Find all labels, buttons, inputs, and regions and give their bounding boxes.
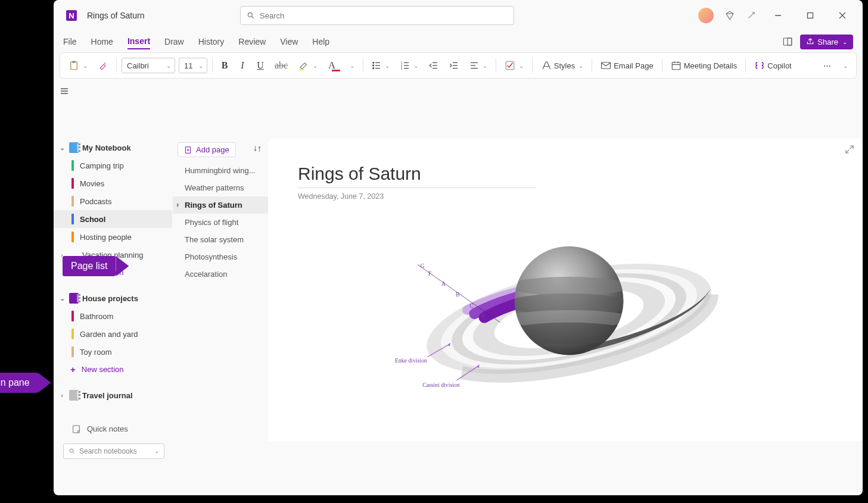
menu-review[interactable]: Review	[238, 35, 266, 49]
svg-text:3: 3	[400, 67, 402, 70]
section-podcasts[interactable]: Podcasts	[54, 192, 172, 210]
menu-history[interactable]: History	[198, 35, 225, 49]
saturn-illustration: G F A B C D Enke division Cassini divisi…	[280, 210, 851, 435]
hamburger-icon[interactable]	[60, 86, 69, 96]
page-item[interactable]: Rings of Saturn	[173, 196, 268, 214]
global-search[interactable]	[240, 6, 514, 25]
menu-view[interactable]: View	[280, 35, 298, 49]
svg-rect-45	[73, 426, 80, 433]
bold-button[interactable]: B	[217, 58, 232, 73]
underline-button[interactable]: U	[253, 58, 267, 73]
new-section-button-2[interactable]: +New section	[54, 361, 172, 378]
page-item[interactable]: Physics of flight	[173, 214, 268, 231]
annotation-cassini: Cassini division	[422, 382, 460, 388]
close-button[interactable]	[832, 7, 853, 24]
plus-icon: +	[70, 364, 76, 374]
font-size-combo[interactable]: 11	[179, 58, 207, 73]
quick-notes-button[interactable]: Quick notes	[54, 417, 173, 441]
section-hosting-people[interactable]: Hosting people	[54, 228, 172, 246]
maximize-button[interactable]	[799, 7, 821, 24]
menu-insert[interactable]: Insert	[127, 34, 150, 49]
svg-rect-10	[71, 62, 77, 70]
align-button[interactable]: ⌄	[466, 58, 491, 73]
format-painter-button[interactable]	[95, 58, 111, 73]
styles-button[interactable]: Styles⌄	[537, 58, 587, 73]
page-item[interactable]: Accelaration	[173, 265, 268, 283]
sparkle-icon[interactable]	[746, 10, 757, 21]
chevron-right-icon: ›	[58, 392, 66, 399]
section-camping-trip[interactable]: Camping trip	[54, 157, 172, 174]
ribbon: ⌄ Cailbri 11 B I U abc ⌄ A⌄ ⌄ 123⌄ ⌄ ⌄ S…	[60, 52, 857, 79]
bullets-button[interactable]: ⌄	[368, 58, 393, 73]
notebook-header-travel-journal[interactable]: › Travel journal	[54, 386, 172, 404]
notebook-header-house-projects[interactable]: ⌄ House projects	[54, 289, 172, 307]
outdent-button[interactable]	[425, 58, 442, 73]
ring-label-d: D	[481, 312, 486, 318]
svg-line-44	[73, 452, 75, 454]
diamond-icon[interactable]	[724, 10, 735, 21]
page-item[interactable]: The solar system	[173, 231, 268, 248]
notebook-icon	[69, 390, 79, 401]
email-page-button[interactable]: Email Page	[597, 58, 657, 73]
share-label: Share	[817, 38, 838, 46]
todo-tag-button[interactable]: ⌄	[501, 58, 527, 73]
callout-navigation-pane: Navigation pane	[0, 373, 38, 393]
section-bathroom[interactable]: Bathroom	[54, 307, 172, 325]
note-title[interactable]: Rings of Saturn	[298, 164, 536, 188]
notebook-header-my-notebook[interactable]: ⌄ My Notebook	[54, 139, 172, 157]
note-canvas[interactable]: Rings of Saturn Wednesday, June 7, 2023	[268, 139, 863, 440]
chevron-down-icon: ⌄	[58, 144, 66, 152]
ring-label-g: G	[421, 263, 425, 270]
svg-point-43	[70, 449, 73, 452]
ring-label-f: F	[428, 270, 432, 277]
minimize-button[interactable]	[767, 7, 789, 24]
svg-rect-11	[72, 61, 76, 63]
chevron-down-icon: ⌄	[58, 295, 66, 302]
menu-draw[interactable]: Draw	[164, 35, 184, 49]
menubar: File Home Insert Draw History Review Vie…	[54, 31, 863, 52]
page-item[interactable]: Weather patterns	[173, 179, 268, 196]
copilot-button[interactable]: Copilot	[751, 58, 795, 73]
svg-text:N: N	[69, 11, 74, 20]
font-name-combo[interactable]: Cailbri	[122, 58, 175, 73]
section-toy-room[interactable]: Toy room	[54, 343, 172, 361]
menu-home[interactable]: Home	[91, 35, 113, 49]
page-item[interactable]: Photosynthesis	[173, 248, 268, 265]
search-input[interactable]	[260, 11, 508, 20]
ribbon-overflow-button[interactable]: ⋯	[820, 59, 835, 73]
section-garden-and-yard[interactable]: Garden and yard	[54, 325, 172, 343]
svg-point-15	[372, 65, 374, 66]
meeting-details-button[interactable]: Meeting Details	[667, 58, 741, 73]
menu-file[interactable]: File	[63, 35, 77, 49]
document-title: Rings of Saturn	[87, 11, 145, 20]
font-color-button[interactable]: A⌄	[325, 58, 358, 73]
highlight-button[interactable]: ⌄	[295, 58, 321, 73]
ribbon-collapse-button[interactable]: ⌄	[838, 60, 851, 71]
page-item[interactable]: Hummingbird wing...	[173, 162, 268, 179]
svg-rect-9	[788, 38, 792, 45]
section-movies[interactable]: Movies	[54, 174, 172, 192]
strikethrough-button[interactable]: abc	[271, 58, 291, 73]
indent-button[interactable]	[446, 58, 462, 73]
svg-point-2	[248, 13, 252, 17]
add-page-button[interactable]: Add page	[178, 142, 236, 157]
onenote-icon: N	[63, 7, 80, 24]
menu-help[interactable]: Help	[312, 35, 329, 49]
sort-pages-button[interactable]	[251, 143, 263, 157]
section-school[interactable]: School	[54, 210, 172, 228]
svg-line-3	[252, 17, 254, 18]
fullpage-view-icon[interactable]	[782, 36, 793, 47]
ring-label-b: B	[456, 291, 459, 298]
share-button[interactable]: Share ⌄	[800, 35, 853, 49]
ring-label-a: A	[441, 280, 446, 287]
search-notebooks[interactable]: Search notebooks ⌄	[63, 443, 164, 459]
notebook-icon	[69, 142, 79, 153]
paste-button[interactable]: ⌄	[65, 57, 91, 74]
user-avatar[interactable]	[698, 8, 714, 23]
expand-canvas-button[interactable]	[845, 145, 854, 157]
italic-button[interactable]: I	[235, 58, 250, 73]
numbering-button[interactable]: 123⌄	[397, 58, 422, 73]
svg-rect-12	[300, 69, 304, 70]
navigation-pane: ⌄ My Notebook Camping trip Movies Podcas…	[54, 136, 173, 440]
notebook-search-row: Search notebooks ⌄	[54, 441, 173, 459]
